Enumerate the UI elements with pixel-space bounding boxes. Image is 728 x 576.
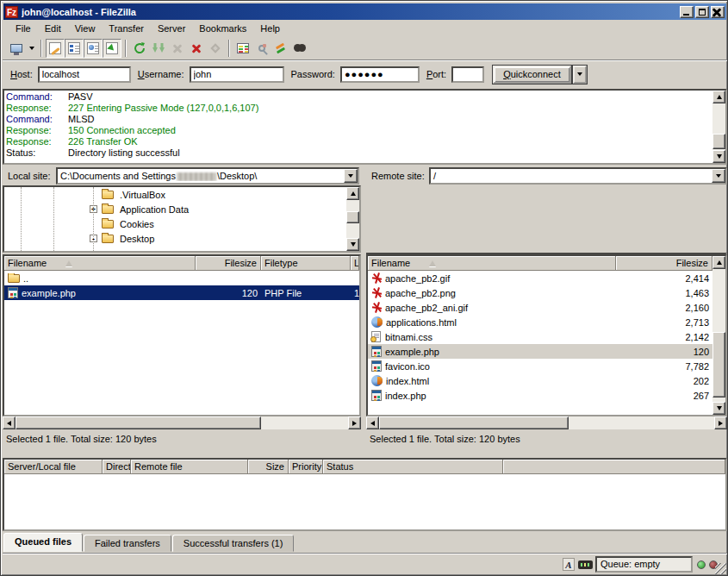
site-manager-dropdown[interactable] — [26, 39, 37, 58]
scrollbar-thumb[interactable] — [712, 134, 725, 149]
local-file-list[interactable]: Filename Filesize Filetype L .. example.… — [3, 254, 361, 416]
column-header-filesize[interactable]: Filesize — [196, 256, 261, 271]
file-row-selected[interactable]: example.php 120 — [368, 344, 712, 359]
tree-item-cookies[interactable]: Cookies — [4, 216, 359, 231]
scroll-right-button[interactable] — [348, 416, 361, 429]
menu-transfer[interactable]: Transfer — [102, 22, 151, 35]
column-header-size[interactable]: Size — [248, 460, 289, 474]
port-label: Port: — [426, 69, 446, 79]
remote-list-scrollbar[interactable] — [712, 256, 725, 415]
scrollbar-thumb[interactable] — [16, 416, 261, 429]
file-row[interactable]: bitnami.css 2,142 — [368, 329, 712, 344]
local-directory-tree[interactable]: .VirtualBox +Application Data Cookies -D… — [3, 185, 361, 253]
log-scrollbar[interactable] — [712, 91, 725, 163]
app-icon[interactable]: Fz — [5, 6, 18, 18]
scrollbar-thumb[interactable] — [712, 332, 725, 398]
tree-item-desktop[interactable]: -Desktop — [4, 231, 359, 246]
column-header-remote-file[interactable]: Remote file — [131, 460, 248, 474]
scroll-down-button[interactable] — [712, 150, 725, 163]
column-header-server-local-file[interactable]: Server/Local file — [4, 460, 103, 474]
quickconnect-button[interactable]: Quickconnect — [493, 66, 571, 84]
abort-button[interactable] — [206, 39, 225, 58]
scroll-up-button[interactable] — [712, 91, 725, 103]
local-tree-scrollbar[interactable] — [346, 187, 359, 251]
menu-file[interactable]: File — [9, 22, 38, 35]
cancel-button[interactable] — [168, 39, 187, 58]
remote-file-list[interactable]: Filename Filesize apache_pb2.gif 2,414 a… — [366, 254, 727, 416]
scrollbar-thumb[interactable] — [379, 416, 569, 429]
username-input[interactable] — [190, 66, 284, 83]
scroll-up-button[interactable] — [346, 187, 359, 200]
port-input[interactable] — [451, 66, 484, 83]
scroll-right-button[interactable] — [714, 416, 727, 429]
local-site-combobox[interactable]: C:\Documents and Settings\Desktop\ — [56, 167, 359, 185]
column-header-filesize[interactable]: Filesize — [616, 256, 712, 271]
file-row[interactable]: favicon.ico 7,782 — [368, 359, 712, 373]
disconnect-button[interactable] — [187, 39, 206, 58]
file-row[interactable]: apache_pb2.png 1,463 — [368, 285, 712, 300]
file-row-parent-directory[interactable]: .. — [4, 271, 359, 285]
tab-queued-files[interactable]: Queued files — [3, 533, 83, 552]
synchronized-browsing-button[interactable] — [252, 39, 271, 58]
file-row[interactable]: index.html 202 — [368, 373, 712, 388]
scroll-down-button[interactable] — [346, 238, 359, 251]
menu-edit[interactable]: Edit — [38, 22, 68, 35]
column-header-filetype[interactable]: Filetype — [261, 256, 351, 271]
file-row[interactable]: index.php 267 — [368, 388, 712, 403]
process-queue-button[interactable] — [149, 39, 168, 58]
speed-limits-icon[interactable] — [578, 560, 593, 569]
scrollbar-thumb[interactable] — [346, 211, 359, 223]
toggle-queue-button[interactable] — [103, 39, 121, 58]
close-button[interactable] — [711, 6, 725, 18]
remote-site-dropdown[interactable] — [712, 169, 725, 183]
file-row[interactable]: apache_pb2_ani.gif 2,160 — [368, 300, 712, 315]
menu-view[interactable]: View — [68, 22, 103, 35]
minimize-button[interactable] — [680, 6, 694, 18]
local-list-hscrollbar[interactable] — [3, 416, 361, 429]
message-log-viewport[interactable]: Command:PASV Response:227 Entering Passi… — [4, 91, 712, 163]
resize-grip[interactable] — [715, 563, 726, 574]
column-header-priority[interactable]: Priority — [289, 460, 323, 474]
local-site-dropdown[interactable] — [344, 169, 358, 183]
scroll-up-button[interactable] — [712, 256, 725, 269]
directory-comparison-button[interactable] — [233, 39, 252, 58]
file-row[interactable]: applications.html 2,713 — [368, 315, 712, 329]
toggle-message-log-button[interactable] — [46, 39, 65, 58]
password-input[interactable] — [340, 66, 420, 83]
menu-bookmarks[interactable]: Bookmarks — [192, 22, 253, 35]
column-header-status[interactable]: Status — [323, 460, 503, 474]
tree-item-application-data[interactable]: +Application Data — [4, 202, 359, 216]
maximize-button[interactable] — [695, 6, 709, 18]
file-row-example-php[interactable]: example.php 120 PHP File 1 — [4, 285, 359, 300]
log-label: Response: — [6, 103, 68, 114]
column-header-filename[interactable]: Filename — [4, 256, 196, 271]
column-header-filename[interactable]: Filename — [368, 256, 616, 271]
remote-site-combobox[interactable]: / — [429, 167, 727, 185]
toggle-local-tree-button[interactable] — [65, 39, 84, 58]
message-log-icon — [49, 42, 61, 54]
find-files-button[interactable] — [290, 39, 309, 58]
filter-button[interactable] — [271, 39, 290, 58]
file-size-cell: 2,414 — [616, 273, 712, 284]
data-type-indicator-icon[interactable]: A — [563, 558, 575, 571]
site-manager-button[interactable] — [7, 39, 26, 58]
titlebar[interactable]: Fz john@localhost - FileZilla — [3, 3, 726, 20]
remote-list-hscrollbar[interactable] — [366, 416, 727, 429]
menu-server[interactable]: Server — [151, 22, 192, 35]
cancel-icon — [172, 43, 183, 53]
scroll-left-button[interactable] — [366, 416, 379, 429]
file-row[interactable]: apache_pb2.gif 2,414 — [368, 271, 712, 285]
tab-successful-transfers[interactable]: Successful transfers (1) — [172, 535, 295, 552]
menu-help[interactable]: Help — [253, 22, 287, 35]
column-header-last-modified[interactable]: L — [351, 256, 359, 271]
column-header-direction[interactable]: Directi... — [103, 460, 131, 474]
refresh-button[interactable] — [130, 39, 149, 58]
tree-item-virtualbox[interactable]: .VirtualBox — [4, 187, 359, 202]
scroll-left-button[interactable] — [3, 416, 16, 429]
toggle-remote-tree-button[interactable] — [84, 39, 103, 58]
scroll-down-button[interactable] — [712, 402, 725, 415]
host-input[interactable] — [38, 66, 131, 83]
transfer-queue-list[interactable]: Server/Local file Directi... Remote file… — [3, 458, 727, 531]
tab-failed-transfers[interactable]: Failed transfers — [84, 535, 171, 552]
quickconnect-dropdown[interactable] — [573, 66, 587, 84]
